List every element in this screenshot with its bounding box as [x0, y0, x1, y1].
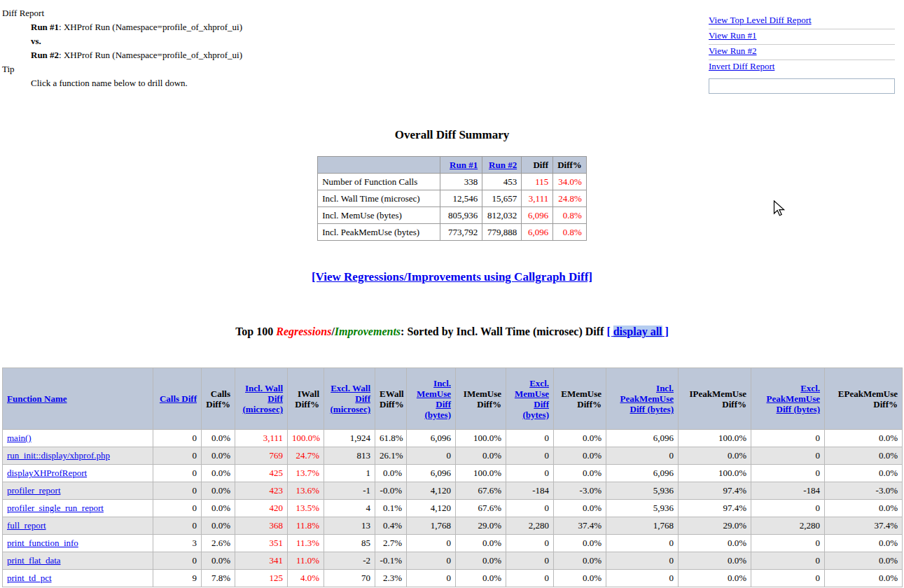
value-cell: -184 — [751, 482, 825, 500]
value-cell: 0 — [751, 552, 825, 570]
value-cell: 37.4% — [825, 517, 903, 535]
value-cell: 70 — [324, 570, 375, 587]
improvements-label: Improvements — [335, 326, 401, 337]
value-cell: 0.0% — [554, 500, 606, 517]
summary-cell-diff_pct: 0.8% — [553, 224, 587, 241]
value-cell: 423 — [235, 482, 288, 500]
value-cell: 7.8% — [202, 570, 235, 587]
function-link[interactable]: profiler_single_run_report — [7, 503, 104, 513]
value-cell: 0 — [506, 500, 554, 517]
sort-link[interactable]: Incl. Wall Diff (microsec) — [242, 383, 283, 414]
function-typeahead-input[interactable] — [709, 78, 895, 94]
value-cell: 0.0% — [825, 465, 903, 482]
table-row: profiler_report00.0%42313.6%-1-0.0%4,120… — [3, 482, 903, 500]
table-row: print_td_pct97.8%1254.0%702.3%00.0%00.0%… — [3, 570, 903, 587]
function-link[interactable]: print_flat_data — [7, 555, 61, 566]
summary-cell-run2: 779,888 — [482, 224, 522, 241]
value-cell: 351 — [235, 535, 288, 552]
value-cell: -184 — [506, 482, 554, 500]
value-cell: 2.6% — [202, 535, 235, 552]
invert-diff-report-link[interactable]: Invert Diff Report — [709, 60, 895, 75]
column-header: Incl. MemUse Diff (bytes) — [407, 368, 456, 430]
view-run-2-link[interactable]: View Run #2 — [709, 45, 895, 60]
function-link[interactable]: displayXHProfReport — [7, 468, 87, 478]
value-cell: 0.0% — [554, 447, 606, 465]
function-name-cell: profiler_report — [3, 482, 153, 500]
display-all-highlight: display all — [613, 326, 662, 337]
value-cell: 13.7% — [288, 465, 324, 482]
value-cell: 0.0% — [202, 482, 235, 500]
column-header: Excl. MemUse Diff (bytes) — [506, 368, 554, 430]
value-cell: 0.0% — [202, 465, 235, 482]
summary-cell-diff_pct: 24.8% — [553, 190, 587, 207]
value-cell: 85 — [324, 535, 375, 552]
sort-link[interactable]: Excl. MemUse Diff (bytes) — [515, 378, 549, 420]
sort-link[interactable]: Incl. MemUse Diff (bytes) — [417, 378, 451, 420]
top100-title: Top 100 Regressions/Improvements: Sorted… — [0, 326, 904, 337]
display-all-link[interactable]: [ display all ] — [606, 326, 668, 337]
summary-row: Incl. PeakMemUse (bytes)773,792779,8886,… — [318, 224, 587, 241]
value-cell: 0.0% — [825, 500, 903, 517]
value-cell: 0.0% — [202, 552, 235, 570]
view-run-1-link[interactable]: View Run #1 — [709, 29, 895, 45]
value-cell: 13.5% — [288, 500, 324, 517]
value-cell: 4,120 — [407, 482, 456, 500]
value-cell: 0.0% — [825, 570, 903, 587]
value-cell: 1 — [324, 465, 375, 482]
value-cell: 67.6% — [456, 500, 506, 517]
value-cell: 24.7% — [288, 447, 324, 465]
sort-link[interactable]: Calls Diff — [160, 393, 197, 404]
value-cell: -0.1% — [375, 552, 407, 570]
summary-run-link[interactable]: Run #1 — [450, 160, 478, 170]
sort-link[interactable]: Excl. PeakMemUse Diff (bytes) — [766, 383, 820, 414]
sort-link[interactable]: Excl. Wall Diff (microsec) — [330, 383, 370, 414]
value-cell: 0 — [506, 570, 554, 587]
table-row: profiler_single_run_report00.0%42013.5%4… — [3, 500, 903, 517]
value-cell: 125 — [235, 570, 288, 587]
view-top-level-diff-report-link[interactable]: View Top Level Diff Report — [709, 14, 895, 29]
summary-cell-label: Incl. PeakMemUse (bytes) — [318, 224, 440, 241]
summary-run-link[interactable]: Run #2 — [489, 160, 517, 170]
table-row: displayXHProfReport00.0%42513.7%10.0%6,0… — [3, 465, 903, 482]
value-cell: 0 — [153, 482, 202, 500]
value-cell: 37.4% — [554, 517, 606, 535]
summary-col-header — [318, 157, 440, 174]
value-cell: 0 — [407, 570, 456, 587]
column-header: Excl. PeakMemUse Diff (bytes) — [751, 368, 825, 430]
value-cell: 0.0% — [825, 552, 903, 570]
regressions-label: Regressions — [276, 326, 331, 337]
function-name-cell: print_function_info — [3, 535, 153, 552]
function-name-cell: displayXHProfReport — [3, 465, 153, 482]
value-cell: 100.0% — [456, 465, 506, 482]
value-cell: 9 — [153, 570, 202, 587]
value-cell: 813 — [324, 447, 375, 465]
value-cell: 0 — [506, 465, 554, 482]
table-row: full_report00.0%36811.8%130.4%1,76829.0%… — [3, 517, 903, 535]
column-header: EPeakMemUse Diff% — [825, 368, 903, 430]
function-link[interactable]: print_td_pct — [7, 573, 52, 583]
value-cell: 368 — [235, 517, 288, 535]
value-cell: 1,768 — [606, 517, 679, 535]
function-name-cell: run_init::display/xhprof.php — [3, 447, 153, 465]
sort-link[interactable]: Incl. PeakMemUse Diff (bytes) — [620, 383, 674, 414]
function-link[interactable]: main() — [7, 433, 32, 443]
value-cell: 0 — [407, 552, 456, 570]
summary-cell-run2: 812,032 — [482, 207, 522, 224]
summary-row: Incl. Wall Time (microsec)12,54615,6573,… — [318, 190, 587, 207]
function-link[interactable]: full_report — [7, 520, 46, 531]
value-cell: 0.0% — [456, 535, 506, 552]
callgraph-diff-link[interactable]: [View Regressions/Improvements using Cal… — [312, 270, 592, 284]
sort-link[interactable]: Function Name — [7, 393, 67, 404]
value-cell: 0.0% — [554, 535, 606, 552]
value-cell: 100.0% — [679, 465, 751, 482]
function-link[interactable]: profiler_report — [7, 485, 61, 496]
function-link[interactable]: run_init::display/xhprof.php — [7, 450, 110, 461]
value-cell: 0 — [751, 500, 825, 517]
value-cell: -2 — [324, 552, 375, 570]
value-cell: 100.0% — [456, 430, 506, 447]
value-cell: 6,096 — [606, 430, 679, 447]
function-link[interactable]: print_function_info — [7, 538, 78, 548]
summary-cell-label: Number of Function Calls — [318, 174, 440, 190]
value-cell: 4.0% — [288, 570, 324, 587]
value-cell: 61.8% — [375, 430, 407, 447]
